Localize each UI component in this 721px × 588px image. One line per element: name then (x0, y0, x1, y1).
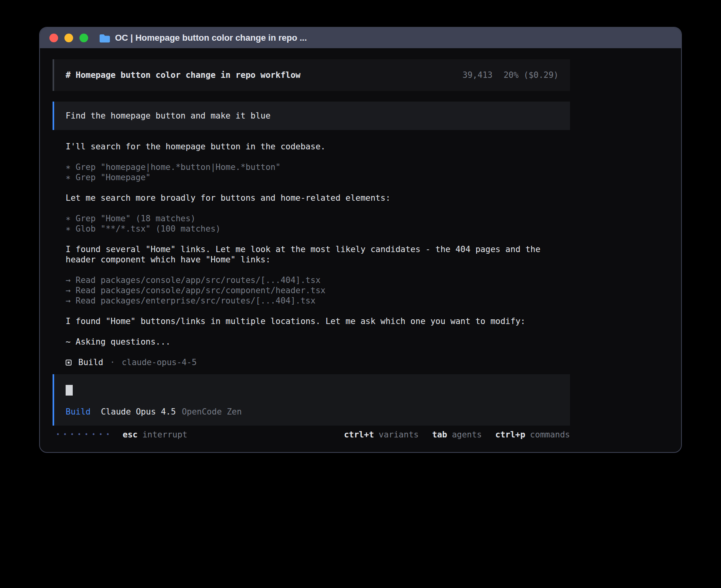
token-count: 39,413 (462, 70, 493, 80)
shortcut-key: esc (123, 430, 138, 439)
context-usage: 20% ($0.29) (504, 70, 559, 80)
tool-call-grep: ∗ Grep "Home" (18 matches) (66, 213, 570, 224)
assistant-text: Let me search more broadly for buttons a… (66, 193, 570, 203)
user-message-text: Find the homepage button and make it blu… (66, 111, 270, 121)
agent-icon (66, 360, 72, 366)
agent-name: Build (78, 358, 103, 367)
shortcut-variants: ctrl+t variants (344, 430, 419, 439)
shortcut-agents: tab agents (432, 430, 482, 439)
minimize-button[interactable] (64, 34, 73, 42)
agent-separator: · (110, 358, 115, 367)
title-bar[interactable]: OC | Homepage button color change in rep… (40, 28, 681, 48)
assistant-text: I found several "Home" links. Let me loo… (66, 244, 570, 265)
tool-call-glob: ∗ Glob "**/*.tsx" (100 matches) (66, 224, 570, 234)
spacer (66, 347, 570, 357)
status-bar-left: •••••••• esc interrupt (56, 430, 187, 440)
shortcut-interrupt: esc interrupt (123, 430, 187, 439)
tool-call-read: → Read packages/console/app/src/routes/[… (66, 275, 570, 285)
shortcut-label: agents (452, 430, 482, 439)
terminal-window: OC | Homepage button color change in rep… (39, 27, 682, 453)
assistant-text: I'll search for the homepage button in t… (66, 141, 570, 152)
text-cursor (66, 385, 73, 396)
shortcut-commands: ctrl+p commands (495, 430, 570, 439)
spacer (66, 203, 570, 213)
spacer (66, 152, 570, 162)
traffic-lights (49, 34, 88, 42)
assistant-text: I found "Home" buttons/links in multiple… (66, 316, 570, 326)
session-title: # Homepage button color change in repo w… (66, 70, 300, 80)
session-header: # Homepage button color change in repo w… (53, 59, 570, 91)
close-button[interactable] (49, 34, 58, 42)
window-title: OC | Homepage button color change in rep… (115, 33, 307, 43)
agent-model-name: claude-opus-4-5 (122, 358, 197, 367)
spacer (66, 183, 570, 193)
zoom-button[interactable] (79, 34, 88, 42)
spacer (66, 234, 570, 244)
spacer (66, 265, 570, 275)
user-message: Find the homepage button and make it blu… (53, 102, 570, 130)
assistant-status-text: ~ Asking questions... (66, 337, 570, 347)
session-stats: 39,413 20% ($0.29) (462, 70, 559, 80)
tool-call-grep: ∗ Grep "homepage|home.*button|Home.*butt… (66, 162, 570, 172)
shortcut-key: tab (432, 430, 447, 439)
status-bar-right: ctrl+t variants tab agents ctrl+p comman… (344, 430, 570, 439)
shortcut-label: interrupt (142, 430, 187, 439)
model-label: Claude Opus 4.5 (101, 407, 176, 417)
folder-icon (99, 34, 110, 43)
agent-status-row: Build · claude-opus-4-5 (66, 357, 570, 368)
mode-badge: Build (66, 407, 91, 417)
spinner-dots: •••••••• (56, 430, 113, 440)
shortcut-key: ctrl+p (495, 430, 525, 439)
spacer (66, 306, 570, 316)
prompt-meta: Build Claude Opus 4.5 OpenCode Zen (66, 407, 559, 417)
tool-call-grep: ∗ Grep "Homepage" (66, 172, 570, 183)
status-bar: •••••••• esc interrupt ctrl+t variants t… (53, 430, 570, 440)
prompt-input[interactable]: Build Claude Opus 4.5 OpenCode Zen (53, 374, 570, 426)
shortcut-label: variants (379, 430, 419, 439)
shortcut-label: commands (530, 430, 570, 439)
terminal-content: # Homepage button color change in repo w… (40, 48, 681, 440)
spacer (66, 326, 570, 337)
tool-call-read: → Read packages/console/app/src/componen… (66, 285, 570, 296)
transcript: I'll search for the homepage button in t… (53, 141, 570, 368)
shortcut-key: ctrl+t (344, 430, 374, 439)
provider-label: OpenCode Zen (182, 407, 242, 417)
tool-call-read: → Read packages/enterprise/src/routes/[.… (66, 296, 570, 306)
